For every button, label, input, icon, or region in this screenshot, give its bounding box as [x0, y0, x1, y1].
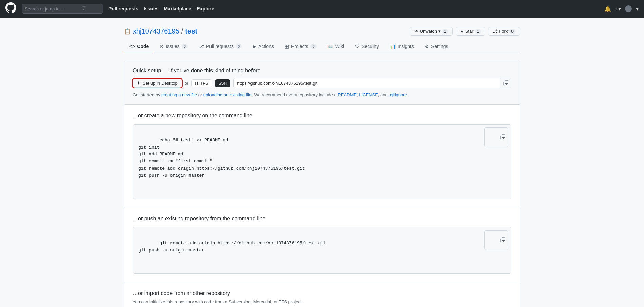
fork-count: 0	[509, 29, 516, 34]
settings-icon: ⚙	[425, 44, 429, 49]
quick-setup-description: Get started by creating a new file or up…	[133, 92, 511, 97]
tab-wiki-label: Wiki	[335, 44, 344, 49]
tab-security-label: Security	[362, 44, 379, 49]
copy-url-button[interactable]	[500, 78, 511, 88]
import-section: …or import code from another repository …	[124, 282, 520, 307]
tab-code-label: Code	[137, 44, 149, 49]
copy-push-existing-button[interactable]	[484, 230, 508, 250]
url-input-wrapper	[233, 78, 511, 88]
content-area: Quick setup — if you've done this kind o…	[124, 61, 520, 307]
security-icon: 🛡	[355, 44, 360, 49]
gitignore-link[interactable]: .gitignore	[389, 92, 407, 97]
tab-insights-label: Insights	[398, 44, 414, 49]
or-text: or	[185, 81, 189, 86]
code-icon: <>	[129, 44, 135, 49]
insights-icon: 📊	[390, 44, 396, 49]
tab-issues-label: Issues	[166, 44, 179, 49]
https-button[interactable]: HTTPS	[191, 79, 212, 87]
readme-link[interactable]: README	[338, 92, 357, 97]
quick-setup-title: Quick setup — if you've done this kind o…	[133, 68, 511, 74]
tab-wiki[interactable]: 📖 Wiki	[322, 41, 349, 52]
copy-new-repo-button[interactable]	[484, 127, 508, 147]
setup-desktop-button[interactable]: ⬇ Set up in Desktop	[133, 79, 182, 88]
repo-url-input[interactable]	[234, 79, 500, 87]
import-section-title: …or import code from another repository	[133, 290, 511, 297]
tab-insights[interactable]: 📊 Insights	[384, 41, 419, 52]
repo-actions: 👁 Unwatch ▾ 1 ★ Star 1 ⎇ Fork 0	[410, 27, 520, 36]
creating-new-file-link[interactable]: creating a new file	[161, 92, 197, 97]
license-link[interactable]: LICENSE	[359, 92, 378, 97]
new-repo-code-block: echo "# test" >> README.md git init git …	[133, 124, 511, 199]
projects-count: 0	[310, 44, 317, 49]
github-logo[interactable]	[5, 2, 16, 15]
search-input[interactable]	[25, 6, 79, 12]
ssh-button[interactable]: SSH	[215, 79, 231, 87]
repo-title: 📋 xhj1074376195 / test	[124, 27, 197, 35]
setup-desktop-label: Set up in Desktop	[143, 81, 178, 86]
fork-icon: ⎇	[492, 29, 498, 34]
import-section-description: You can initialize this repository with …	[133, 299, 511, 304]
tab-settings-label: Settings	[431, 44, 448, 49]
repo-owner-link[interactable]: xhj1074376195	[133, 27, 179, 35]
fork-button[interactable]: ⎇ Fork 0	[488, 27, 520, 36]
desktop-icon: ⬇	[137, 81, 141, 86]
issues-icon: ⊙	[160, 44, 164, 49]
repo-header: 📋 xhj1074376195 / test 👁 Unwatch ▾ 1 ★ S…	[124, 24, 520, 41]
search-shortcut: /	[82, 6, 86, 11]
uploading-existing-file-link[interactable]: uploading an existing file	[203, 92, 251, 97]
tab-pr-label: Pull requests	[206, 44, 234, 49]
explore-nav-link[interactable]: Explore	[197, 6, 214, 12]
eye-icon: 👁	[414, 29, 419, 34]
new-repo-section: …or create a new repository on the comma…	[124, 105, 520, 207]
quick-setup-url-row: ⬇ Set up in Desktop or HTTPS SSH	[133, 78, 511, 88]
star-button[interactable]: ★ Star 1	[456, 27, 486, 36]
star-label: Star	[465, 29, 474, 34]
tab-security[interactable]: 🛡 Security	[349, 41, 384, 52]
repo-name-link[interactable]: test	[185, 27, 197, 35]
issues-nav-link[interactable]: Issues	[144, 6, 159, 12]
actions-icon: ▶	[253, 44, 256, 49]
topnav: / Pull requests Issues Marketplace Explo…	[0, 0, 644, 18]
tab-code[interactable]: <> Code	[124, 41, 154, 52]
quick-setup-section: Quick setup — if you've done this kind o…	[124, 61, 520, 105]
tab-settings[interactable]: ⚙ Settings	[419, 41, 454, 52]
notification-icon[interactable]: 🔔	[604, 6, 611, 12]
tab-projects-label: Projects	[291, 44, 308, 49]
marketplace-nav-link[interactable]: Marketplace	[164, 6, 192, 12]
tab-pull-requests[interactable]: ⎇ Pull requests 0	[193, 41, 247, 52]
repo-separator: /	[181, 27, 183, 35]
tab-issues[interactable]: ⊙ Issues 0	[154, 41, 193, 52]
repo-icon: 📋	[124, 28, 131, 35]
fork-label: Fork	[499, 29, 508, 34]
main-content: 📋 xhj1074376195 / test 👁 Unwatch ▾ 1 ★ S…	[119, 18, 525, 307]
pr-count: 0	[236, 44, 242, 49]
projects-icon: ▦	[285, 44, 289, 49]
topnav-right: 🔔 +▾ ▾	[604, 5, 639, 12]
user-chevron-icon[interactable]: ▾	[636, 6, 639, 12]
avatar[interactable]	[625, 5, 632, 12]
issues-count: 0	[182, 44, 188, 49]
new-repo-code: echo "# test" >> README.md git init git …	[138, 138, 305, 178]
search-box[interactable]: /	[22, 4, 103, 14]
new-repo-title: …or create a new repository on the comma…	[133, 113, 511, 119]
tab-actions-label: Actions	[258, 44, 274, 49]
pull-requests-nav-link[interactable]: Pull requests	[108, 6, 138, 12]
star-icon: ★	[460, 29, 464, 34]
watch-button[interactable]: 👁 Unwatch ▾ 1	[410, 27, 453, 36]
star-count: 1	[475, 29, 481, 34]
repo-tabs: <> Code ⊙ Issues 0 ⎇ Pull requests 0 ▶ A…	[124, 41, 520, 52]
push-existing-section: …or push an existing repository from the…	[124, 207, 520, 282]
topnav-links: Pull requests Issues Marketplace Explore	[108, 6, 214, 12]
push-existing-code: git remote add origin https://github.com…	[138, 241, 326, 253]
add-icon[interactable]: +▾	[615, 6, 621, 12]
watch-label: Unwatch	[420, 29, 437, 34]
tab-actions[interactable]: ▶ Actions	[247, 41, 279, 52]
pr-icon: ⎇	[199, 44, 204, 49]
push-existing-title: …or push an existing repository from the…	[133, 216, 511, 222]
tab-projects[interactable]: ▦ Projects 0	[279, 41, 322, 52]
watch-dropdown-icon: ▾	[438, 29, 441, 34]
wiki-icon: 📖	[327, 44, 333, 49]
watch-count: 1	[442, 29, 448, 34]
push-existing-code-block: git remote add origin https://github.com…	[133, 227, 511, 274]
